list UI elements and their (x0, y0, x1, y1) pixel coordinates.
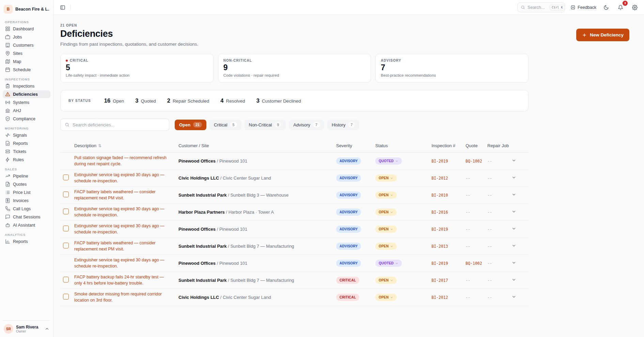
deficiency-description[interactable]: Extinguisher service tag expired 30 days… (74, 206, 178, 218)
sidebar-item-reports[interactable]: Reports (3, 238, 50, 245)
inspection-number[interactable]: BI-2019 (431, 227, 466, 232)
sidebar-toggle-button[interactable] (58, 3, 67, 12)
global-search-input[interactable] (528, 5, 547, 10)
deficiency-description[interactable]: FACP battery labels weathered — consider… (74, 189, 178, 201)
sidebar-item-invoices[interactable]: Invoices (3, 197, 50, 204)
sidebar-item-rules[interactable]: Rules (3, 156, 50, 164)
deficiency-search-input[interactable] (73, 122, 165, 127)
deficiency-description[interactable]: Pull station signage faded — recommend r… (74, 155, 178, 167)
deficiency-search[interactable] (60, 119, 169, 131)
row-expand-chevron-icon[interactable] (512, 226, 516, 231)
row-expand-chevron-icon[interactable] (512, 175, 516, 180)
sidebar-item-ai-assistant[interactable]: AI Assistant (3, 221, 50, 229)
filter-chip-history[interactable]: History7 (327, 120, 359, 130)
row-checkbox[interactable] (63, 192, 69, 197)
sidebar-item-dashboard[interactable]: Dashboard (3, 25, 50, 33)
sidebar-item-customers[interactable]: Customers (3, 41, 50, 49)
status-badge-dropdown[interactable]: QUOTED (375, 157, 402, 165)
sidebar-item-tickets[interactable]: Tickets (3, 148, 50, 155)
sidebar-item-schedule[interactable]: Schedule (3, 66, 50, 74)
deficiency-description[interactable]: FACP battery backup fails 24-hr standby … (74, 274, 178, 286)
sidebar-item-ahj[interactable]: AHJ (3, 107, 50, 114)
sidebar-item-call-logs[interactable]: Call Logs (3, 205, 50, 213)
status-badge-dropdown[interactable]: OPEN (375, 192, 397, 199)
site-name: Sunbelt Bldg 7 — Manufacturing (230, 244, 294, 249)
sort-icon[interactable]: ⇅ (98, 143, 101, 148)
inspection-number[interactable]: BI-2017 (431, 278, 466, 283)
sidebar-item-price-list[interactable]: Price List (3, 188, 50, 196)
notifications-button[interactable]: 3 (616, 3, 625, 12)
row-checkbox[interactable] (63, 243, 69, 248)
filter-chip-critical[interactable]: Critical5 (209, 120, 241, 130)
status-badge-dropdown[interactable]: OPEN (375, 243, 397, 250)
inspection-number[interactable]: BI-2016 (431, 210, 466, 215)
row-expand-chevron-icon[interactable] (512, 260, 516, 265)
quote-number[interactable]: BQ-1002 (466, 261, 487, 266)
quote-number: -- (466, 193, 487, 198)
signal-icon (5, 100, 10, 105)
inspection-number[interactable]: BI-2019 (431, 159, 466, 164)
row-expand-chevron-icon[interactable] (512, 192, 516, 197)
inspection-number[interactable]: BI-2019 (431, 261, 466, 266)
sidebar-item-pipeline[interactable]: Pipeline (3, 172, 50, 180)
row-checkbox[interactable] (63, 277, 69, 282)
deficiency-description[interactable]: Smoke detector missing from required cor… (74, 291, 178, 303)
quote-number[interactable]: BQ-1002 (466, 159, 487, 164)
row-checkbox[interactable] (63, 209, 69, 214)
filetext-icon (5, 182, 10, 187)
status-badge-dropdown[interactable]: QUOTED (375, 260, 402, 267)
filter-chip-open[interactable]: Open21 (175, 120, 206, 130)
open-count-eyebrow: 21 OPEN (60, 24, 198, 27)
sidebar-item-signals[interactable]: Signals (3, 131, 50, 139)
trend-icon (5, 173, 10, 179)
sidebar-item-quotes[interactable]: Quotes (3, 180, 50, 188)
repair-job: -- (487, 159, 512, 164)
table-row: FACP battery labels weathered — consider… (60, 238, 529, 255)
row-expand-chevron-icon[interactable] (512, 158, 516, 163)
deficiency-description[interactable]: Extinguisher service tag expired 30 days… (74, 172, 178, 184)
row-expand-chevron-icon[interactable] (512, 294, 516, 299)
row-checkbox[interactable] (63, 226, 69, 231)
status-badge-dropdown[interactable]: OPEN (375, 277, 397, 284)
user-menu[interactable]: SR Sam Rivera Owner (3, 320, 50, 337)
inspection-number[interactable]: BI-2012 (431, 295, 466, 300)
settings-button[interactable] (630, 3, 639, 12)
sidebar-item-systems[interactable]: Systems (3, 98, 50, 106)
status-count-resolved: 4Resolved (220, 97, 245, 104)
sidebar-item-jobs[interactable]: Jobs (3, 33, 50, 41)
new-deficiency-button[interactable]: New Deficiency (576, 29, 629, 41)
row-expand-chevron-icon[interactable] (512, 277, 516, 282)
deficiency-description[interactable]: Extinguisher service tag expired 30 days… (74, 257, 178, 269)
status-badge-dropdown[interactable]: OPEN (375, 226, 397, 233)
deficiency-description[interactable]: Extinguisher service tag expired 30 days… (74, 223, 178, 235)
inspection-number[interactable]: BI-2013 (431, 244, 466, 249)
global-search[interactable]: Ctrl K (517, 2, 565, 12)
sidebar-item-reports[interactable]: Reports (3, 139, 50, 147)
feedback-button[interactable]: Feedback (570, 5, 596, 10)
sidebar-item-map[interactable]: Map (3, 58, 50, 65)
sidebar-item-inspections[interactable]: Inspections (3, 82, 50, 90)
column-quote: Quote (466, 143, 487, 148)
status-badge-dropdown[interactable]: OPEN (375, 209, 397, 216)
row-expand-chevron-icon[interactable] (512, 209, 516, 214)
customer-site-cell: Pinewood Offices / Pinewood 101 (178, 158, 336, 164)
sidebar-item-sites[interactable]: Sites (3, 49, 50, 57)
theme-toggle-button[interactable] (602, 3, 611, 12)
row-checkbox[interactable] (63, 174, 69, 180)
status-badge-dropdown[interactable]: OPEN (375, 174, 397, 182)
sidebar-item-deficiencies[interactable]: Deficiencies (3, 90, 50, 98)
column-description[interactable]: Description⇅ (74, 143, 178, 148)
deficiency-description[interactable]: FACP battery labels weathered — consider… (74, 240, 178, 252)
sidebar-item-chat-sessions[interactable]: Chat Sessions (3, 213, 50, 221)
row-expand-chevron-icon[interactable] (512, 243, 516, 248)
severity-badge: ADVISORY (336, 209, 361, 216)
sidebar-item-compliance[interactable]: Compliance (3, 115, 50, 123)
inspection-number[interactable]: BI-2012 (431, 176, 466, 181)
filter-chip-advisory[interactable]: Advisory7 (289, 120, 324, 130)
inspection-number[interactable]: BI-2010 (431, 193, 466, 198)
row-checkbox[interactable] (63, 294, 69, 300)
status-badge-dropdown[interactable]: OPEN (375, 294, 397, 301)
panel-left-icon (60, 5, 65, 10)
brand[interactable]: B Beacon Fire & L... (3, 3, 50, 16)
filter-chip-non-critical[interactable]: Non-Critical9 (245, 120, 286, 130)
